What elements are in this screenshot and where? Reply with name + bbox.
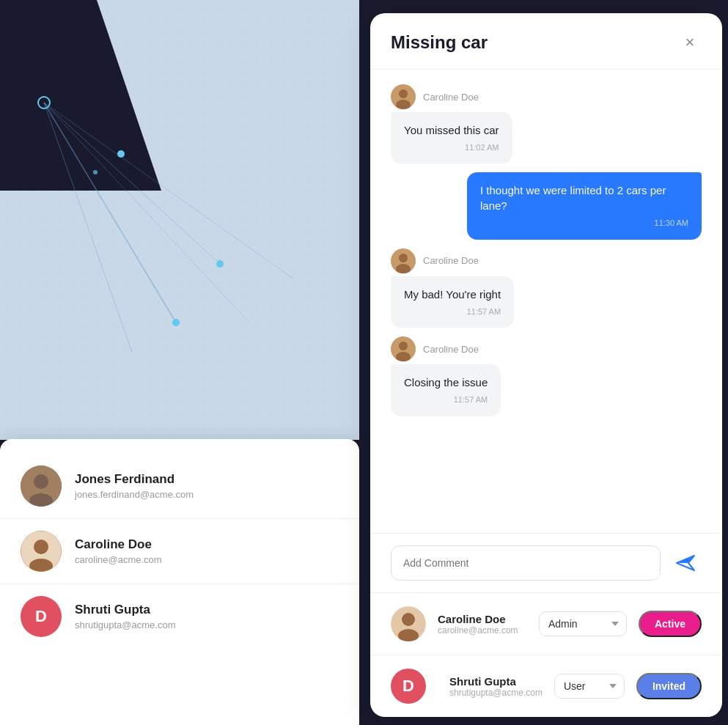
svg-point-7 (216, 260, 224, 268)
user-email-jones: jones.ferdinand@acme.com (75, 489, 194, 500)
svg-line-3 (44, 103, 249, 323)
message-group-3: Caroline Doe My bad! You're right 11:57 … (391, 249, 702, 328)
user-info-jones: Jones Ferdinand jones.ferdinand@acme.com (75, 472, 194, 500)
modal-title: Missing car (391, 32, 488, 53)
message-text-3: My bad! You're right (404, 288, 501, 301)
message-time-1: 11:02 AM (404, 142, 499, 153)
message-bubble-2: I thought we were limited to 2 cars per … (467, 172, 702, 239)
user-name-jones: Jones Ferdinand (75, 472, 194, 487)
message-bubble-1: You missed this car 11:02 AM (391, 112, 512, 163)
svg-point-21 (399, 254, 408, 262)
users-panel: Jones Ferdinand jones.ferdinand@acme.com… (0, 439, 359, 725)
avatar-jones (21, 465, 62, 507)
modal-avatar-caroline (391, 606, 426, 641)
chat-modal: Missing car × Caroline Doe You missed th… (370, 13, 722, 717)
svg-point-14 (34, 540, 48, 554)
user-info-shruti: Shruti Gupta shrutigupta@acme.com (75, 603, 175, 630)
message-group-4: Caroline Doe Closing the issue 11:57 AM (391, 336, 702, 416)
message-time-3: 11:57 AM (404, 306, 501, 317)
sender-avatar-caroline-4 (391, 336, 416, 361)
modal-header: Missing car × (370, 13, 722, 70)
map-background (0, 0, 359, 440)
modal-user-email-caroline: caroline@acme.com (438, 625, 527, 636)
user-row-caroline-modal: Caroline Doe caroline@acme.com Admin Use… (370, 592, 722, 655)
message-text-2: I thought we were limited to 2 cars per … (480, 184, 666, 212)
sender-label-4: Caroline Doe (391, 336, 702, 361)
svg-point-6 (172, 319, 180, 326)
sender-label-3: Caroline Doe (391, 249, 702, 273)
chat-messages: Caroline Doe You missed this car 11:02 A… (370, 70, 722, 533)
svg-point-9 (93, 170, 98, 174)
comment-input[interactable] (391, 545, 661, 581)
user-item-shruti[interactable]: D Shruti Gupta shrutigupta@acme.com (0, 584, 359, 649)
role-select-caroline[interactable]: Admin User Viewer (539, 611, 627, 636)
message-time-4: 11:57 AM (404, 394, 488, 405)
message-group-2: I thought we were limited to 2 cars per … (391, 172, 702, 239)
message-text-4: Closing the issue (404, 376, 488, 389)
svg-point-30 (402, 613, 415, 626)
user-item-caroline[interactable]: Caroline Doe caroline@acme.com (0, 519, 359, 584)
modal-user-email-shruti: shrutigupta@acme.com (449, 688, 543, 698)
modal-user-info-shruti: Shruti Gupta shrutigupta@acme.com (449, 675, 543, 698)
message-text-1: You missed this car (404, 124, 499, 136)
sender-label-1: Caroline Doe (391, 84, 702, 109)
message-time-2: 11:30 AM (480, 218, 688, 229)
sender-name-4: Caroline Doe (423, 344, 479, 355)
modal-user-name-caroline: Caroline Doe (438, 613, 527, 625)
modal-user-name-shruti: Shruti Gupta (449, 675, 543, 688)
modal-user-info-caroline: Caroline Doe caroline@acme.com (438, 613, 527, 636)
message-bubble-4: Closing the issue 11:57 AM (391, 364, 501, 416)
user-name-caroline: Caroline Doe (75, 537, 162, 552)
user-info-caroline: Caroline Doe caroline@acme.com (75, 537, 162, 565)
sender-avatar-caroline-3 (391, 249, 416, 273)
close-button[interactable]: × (678, 31, 702, 54)
status-badge-caroline[interactable]: Active (639, 611, 702, 637)
send-button[interactable] (669, 547, 702, 579)
avatar-caroline (21, 531, 62, 572)
map-lines (0, 0, 359, 440)
message-group-1: Caroline Doe You missed this car 11:02 A… (391, 84, 702, 163)
role-select-shruti[interactable]: User Admin Viewer (554, 674, 625, 699)
svg-line-1 (44, 103, 220, 264)
user-row-shruti-modal: D Shruti Gupta shrutigupta@acme.com User… (370, 655, 722, 717)
sender-name-1: Caroline Doe (423, 92, 479, 103)
status-badge-shruti[interactable]: Invited (636, 673, 702, 699)
sender-avatar-caroline-1 (391, 84, 416, 109)
message-bubble-3: My bad! You're right 11:57 AM (391, 276, 514, 328)
sender-name-3: Caroline Doe (423, 255, 479, 266)
comment-area (370, 533, 722, 592)
user-email-shruti: shrutigupta@acme.com (75, 619, 175, 630)
user-email-caroline: caroline@acme.com (75, 554, 162, 565)
svg-line-4 (44, 103, 293, 279)
svg-point-18 (399, 89, 408, 98)
send-icon (675, 553, 696, 573)
svg-point-24 (399, 342, 408, 350)
svg-point-11 (34, 474, 48, 489)
avatar-shruti: D (21, 596, 62, 637)
svg-point-8 (117, 150, 125, 158)
user-item-jones[interactable]: Jones Ferdinand jones.ferdinand@acme.com (0, 454, 359, 519)
user-name-shruti: Shruti Gupta (75, 603, 175, 617)
modal-avatar-shruti: D (391, 669, 426, 704)
